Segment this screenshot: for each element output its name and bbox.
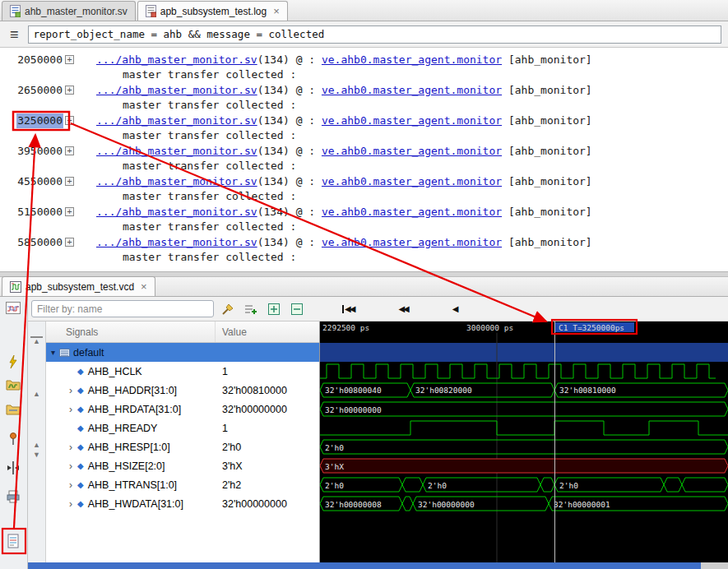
- folder-icon[interactable]: [5, 400, 23, 419]
- expand-icon[interactable]: +: [65, 238, 74, 247]
- clear-filter-broom-icon[interactable]: [219, 300, 237, 318]
- monitor-scope-link[interactable]: ve.ahb0.master_agent.monitor: [322, 84, 502, 96]
- chevron-down-icon[interactable]: ▾: [51, 348, 55, 357]
- file-link[interactable]: .../ahb_master_monitor.sv: [96, 84, 257, 96]
- log-timestamp[interactable]: 5150000: [16, 205, 63, 220]
- tab-ahb-master-monitor-sv[interactable]: ahb_master_monitor.sv: [2, 1, 136, 21]
- log-list[interactable]: 2050000+ .../ahb_master_monitor.sv(134) …: [0, 48, 728, 271]
- log-timestamp[interactable]: 3950000: [16, 144, 63, 159]
- scroll-up-icon[interactable]: ▲: [30, 391, 43, 399]
- signal-row-ahb-hready[interactable]: ◆AHB_HREADY 1: [46, 419, 319, 437]
- close-icon[interactable]: ×: [273, 6, 280, 16]
- scrollbar-thumb[interactable]: [28, 562, 701, 569]
- group-name[interactable]: default: [73, 347, 104, 359]
- wave-content: ▲ ▲ ▲ ▼ Signals Value ▾: [28, 322, 728, 562]
- expand-icon[interactable]: +: [65, 116, 74, 125]
- signal-name[interactable]: AHB_HRESP[1:0]: [88, 442, 170, 453]
- horizontal-scrollbar[interactable]: [28, 562, 728, 569]
- wave-window-icon[interactable]: [5, 300, 23, 318]
- signal-name[interactable]: AHB_HCLK: [88, 366, 142, 377]
- scroll-up-small-icon[interactable]: ▲: [30, 442, 43, 450]
- monitor-scope-link[interactable]: ve.ahb0.master_agent.monitor: [322, 114, 502, 127]
- chevron-right-icon[interactable]: ›: [66, 479, 76, 491]
- value-column-header[interactable]: Value: [216, 326, 319, 338]
- log-timestamp[interactable]: 4550000: [16, 174, 63, 189]
- expand-icon[interactable]: +: [65, 177, 74, 186]
- printer-icon[interactable]: [5, 488, 23, 507]
- chevron-right-icon[interactable]: ›: [66, 404, 76, 415]
- expand-icon[interactable]: +: [65, 86, 74, 95]
- prev-edge-icon[interactable]: ◀: [452, 305, 457, 313]
- collapse-all-icon[interactable]: [288, 300, 306, 318]
- tab-apb-subsystem-test-vcd[interactable]: apb_subsystem_test.vcd ×: [2, 276, 155, 296]
- bus-value-label: 32'h00820000: [415, 386, 472, 395]
- folder-wave-icon[interactable]: [5, 376, 23, 394]
- expand-all-icon[interactable]: [265, 300, 283, 318]
- signal-row-ahb-hsize[interactable]: ›◆AHB_HSIZE[2:0] 3'hX: [46, 456, 319, 475]
- menu-icon[interactable]: ≡: [10, 27, 19, 42]
- cursor-tool-icon[interactable]: [5, 460, 23, 478]
- waveform-canvas-panel[interactable]: 32'h00800040 32'h00820000 32'h00810000 3…: [320, 322, 728, 562]
- monitor-scope-link[interactable]: ve.ahb0.master_agent.monitor: [322, 145, 502, 157]
- tab-apb-subsystem-test-log[interactable]: apb_subsystem_test.log ×: [137, 1, 288, 21]
- log-entry: 2650000+ .../ahb_master_monitor.sv(134) …: [0, 83, 728, 113]
- log-timestamp[interactable]: 2650000: [16, 83, 63, 98]
- file-link[interactable]: .../ahb_master_monitor.sv: [96, 236, 257, 248]
- file-link[interactable]: .../ahb_master_monitor.sv: [96, 145, 257, 157]
- log-entry: 5150000+ .../ahb_master_monitor.sv(134) …: [0, 205, 728, 235]
- signal-name[interactable]: AHB_HADDR[31:0]: [88, 385, 177, 396]
- scroll-down-small-icon[interactable]: ▼: [30, 451, 43, 460]
- signal-group-row[interactable]: ▾ default: [46, 343, 319, 362]
- waveform-canvas[interactable]: 32'h00800040 32'h00820000 32'h00810000 3…: [320, 322, 728, 562]
- chevron-right-icon[interactable]: ›: [66, 385, 76, 396]
- expand-icon[interactable]: +: [65, 207, 74, 216]
- signal-name[interactable]: AHB_HSIZE[2:0]: [88, 460, 165, 472]
- chevron-right-icon[interactable]: ›: [66, 498, 76, 510]
- close-icon[interactable]: ×: [141, 281, 147, 292]
- signal-row-ahb-haddr[interactable]: ›◆AHB_HADDR[31:0] 32'h00810000: [46, 381, 319, 400]
- log-loc: (134) @ :: [257, 84, 322, 96]
- log-loc: (134) @ :: [257, 53, 322, 66]
- signal-name[interactable]: AHB_HTRANS[1:0]: [88, 479, 177, 491]
- signal-name[interactable]: AHB_HRDATA[31:0]: [88, 404, 181, 415]
- expand-icon[interactable]: +: [65, 146, 74, 155]
- log-entry: 4550000+ .../ahb_master_monitor.sv(134) …: [0, 174, 728, 205]
- signal-tree: Signals Value ▾ default: [46, 322, 320, 562]
- log-timestamp[interactable]: 2050000: [16, 53, 63, 67]
- signal-row-ahb-htrans[interactable]: ›◆AHB_HTRANS[1:0] 2'h2: [46, 475, 319, 494]
- file-link[interactable]: .../ahb_master_monitor.sv: [96, 206, 257, 218]
- pin-icon[interactable]: [5, 431, 23, 449]
- monitor-scope-link[interactable]: ve.ahb0.master_agent.monitor: [322, 206, 502, 218]
- monitor-scope-link[interactable]: ve.ahb0.master_agent.monitor: [322, 53, 502, 66]
- scroll-to-top-icon[interactable]: ▲: [30, 336, 43, 346]
- bus-value-label: 32'h00000000: [418, 500, 475, 509]
- timeline-left-label: 2292500 ps: [322, 323, 369, 332]
- report-sync-icon[interactable]: [5, 533, 23, 551]
- monitor-scope-link[interactable]: ve.ahb0.master_agent.monitor: [322, 175, 502, 187]
- file-link[interactable]: .../ahb_master_monitor.sv: [96, 114, 257, 127]
- wave-panel-body: ◀◀ ◀◀ ◀ ▲ ▲ ▲ ▼ Signals: [0, 297, 728, 569]
- expand-icon[interactable]: +: [65, 55, 74, 64]
- signal-row-ahb-hwdata[interactable]: ›◆AHB_HWDATA[31:0] 32'h00000000: [46, 494, 319, 513]
- go-to-start-icon[interactable]: ◀◀: [342, 305, 354, 313]
- signal-row-ahb-hclk[interactable]: ◆AHB_HCLK 1: [46, 362, 319, 381]
- add-signal-icon[interactable]: [242, 300, 260, 318]
- file-link[interactable]: .../ahb_master_monitor.sv: [96, 175, 257, 187]
- log-timestamp[interactable]: 5850000: [16, 235, 63, 250]
- signals-column-header[interactable]: Signals: [46, 322, 216, 342]
- signal-name[interactable]: AHB_HWDATA[31:0]: [88, 498, 183, 510]
- signal-name[interactable]: AHB_HREADY: [88, 423, 158, 434]
- prev-transition-icon[interactable]: ◀◀: [398, 305, 407, 313]
- file-link[interactable]: .../ahb_master_monitor.sv: [96, 53, 257, 66]
- signal-row-ahb-hrdata[interactable]: ›◆AHB_HRDATA[31:0] 32'h00000000: [46, 400, 319, 419]
- signals-icon[interactable]: [5, 354, 23, 372]
- monitor-scope-link[interactable]: ve.ahb0.master_agent.monitor: [322, 236, 502, 248]
- signal-row-ahb-hresp[interactable]: ›◆AHB_HRESP[1:0] 2'h0: [46, 437, 319, 456]
- chevron-right-icon[interactable]: ›: [66, 460, 76, 472]
- signal-value: 2'h0: [216, 442, 319, 453]
- log-timestamp-selected[interactable]: 3250000: [16, 113, 63, 128]
- log-filter-input[interactable]: [28, 25, 721, 44]
- signal-filter-input[interactable]: [31, 300, 214, 317]
- chevron-right-icon[interactable]: ›: [66, 442, 76, 453]
- vcd-wave-icon: [10, 281, 21, 293]
